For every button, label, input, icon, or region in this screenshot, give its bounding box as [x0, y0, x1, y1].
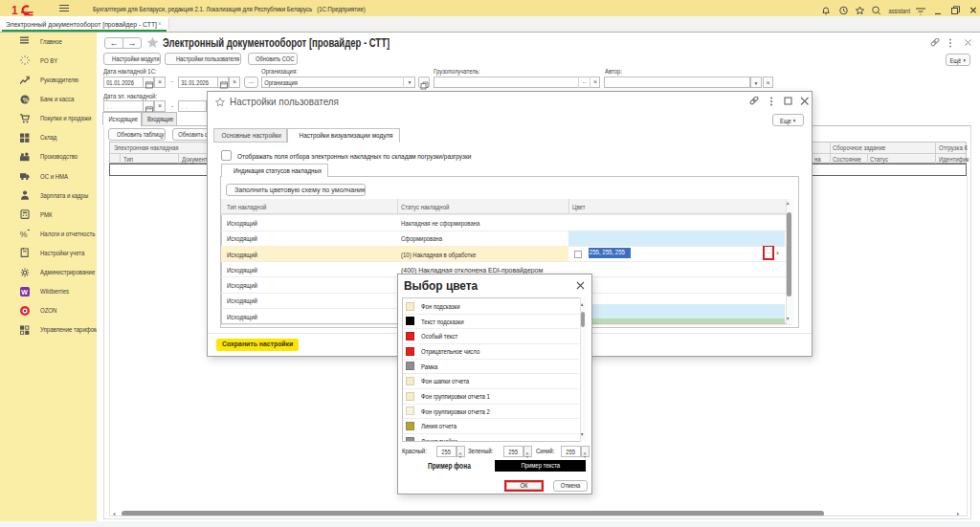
- svg-text:%: %: [23, 96, 30, 102]
- svg-text:assistant: assistant: [889, 7, 911, 15]
- svg-text:W: W: [21, 288, 28, 295]
- svg-text:1: 1: [11, 4, 18, 16]
- svg-text:%: %: [20, 230, 28, 239]
